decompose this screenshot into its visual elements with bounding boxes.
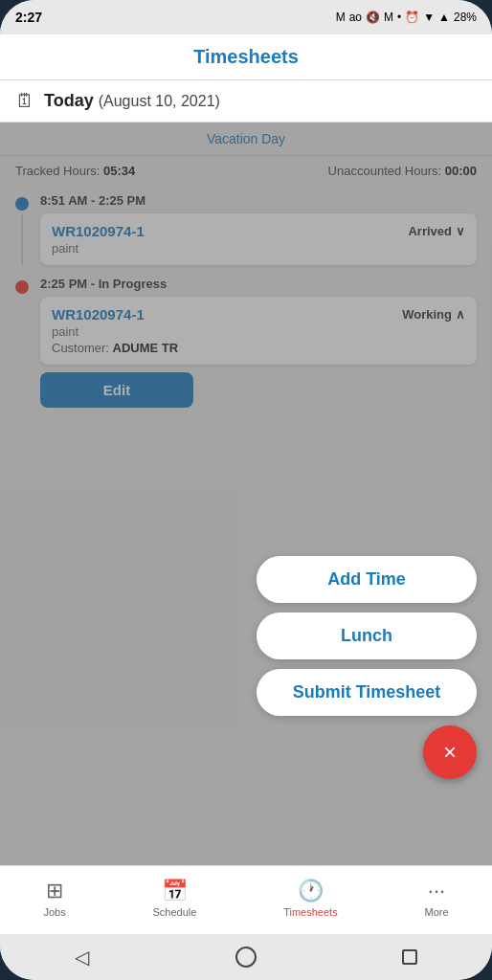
jobs-icon: ⊞	[46, 879, 63, 903]
gmail-icon: M	[336, 11, 346, 24]
lunch-button[interactable]: Lunch	[257, 612, 477, 659]
schedule-label: Schedule	[152, 906, 196, 918]
bottom-nav: ⊞ Jobs 📅 Schedule 🕐 Timesheets ··· More	[0, 865, 492, 934]
nav-more[interactable]: ··· More	[409, 875, 463, 922]
system-nav: ◁	[0, 934, 492, 980]
back-icon: ◁	[75, 946, 89, 969]
status-time: 2:27	[15, 10, 42, 25]
gmail2-icon: M	[384, 11, 393, 24]
recent-icon	[402, 949, 417, 965]
voicemail-icon: ao	[349, 11, 362, 24]
home-button[interactable]	[235, 946, 257, 969]
more-icon: ···	[428, 879, 445, 903]
alarm-icon: ⏰	[405, 11, 419, 24]
content-area: Vacation Day Tracked Hours: 05:34 Unacco…	[0, 122, 492, 865]
status-icons: M ao 🔇 M • ⏰ ▼ ▲ 28%	[336, 11, 477, 24]
more-label: More	[424, 906, 448, 918]
date-label: Today (August 10, 2021)	[44, 91, 220, 111]
date-value: (August 10, 2021)	[99, 93, 220, 109]
nav-schedule[interactable]: 📅 Schedule	[137, 875, 212, 922]
app-title: Timesheets	[15, 46, 477, 68]
calendar-icon: 🗓	[15, 90, 34, 112]
back-button[interactable]: ◁	[71, 946, 94, 969]
app-header: Timesheets	[0, 34, 492, 80]
signal-icon: ▼	[423, 11, 435, 24]
timesheets-icon: 🕐	[298, 879, 324, 903]
date-row: 🗓 Today (August 10, 2021)	[0, 80, 492, 122]
phone-shell: 2:27 M ao 🔇 M • ⏰ ▼ ▲ 28% Timesheets 🗓 T…	[0, 0, 492, 980]
wifi-icon: ▲	[438, 11, 450, 24]
close-fab-button[interactable]: ×	[423, 725, 477, 779]
submit-timesheet-button[interactable]: Submit Timesheet	[257, 669, 477, 716]
popup-menu: Add Time Lunch Submit Timesheet ×	[257, 556, 477, 779]
mute-icon: 🔇	[366, 11, 380, 24]
battery-icon: 28%	[454, 11, 477, 24]
recent-button[interactable]	[398, 946, 421, 969]
nav-timesheets[interactable]: 🕐 Timesheets	[268, 875, 352, 922]
jobs-label: Jobs	[43, 906, 65, 918]
schedule-icon: 📅	[162, 879, 188, 903]
timesheets-label: Timesheets	[283, 906, 337, 918]
home-icon	[235, 947, 257, 968]
today-label: Today	[44, 91, 94, 110]
status-bar: 2:27 M ao 🔇 M • ⏰ ▼ ▲ 28%	[0, 0, 492, 34]
nav-jobs[interactable]: ⊞ Jobs	[28, 875, 80, 922]
add-time-button[interactable]: Add Time	[257, 556, 477, 603]
dot-icon: •	[397, 11, 401, 24]
